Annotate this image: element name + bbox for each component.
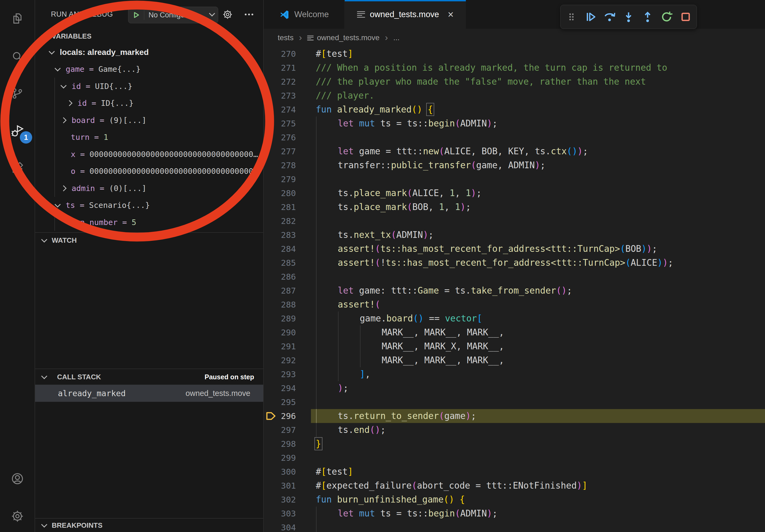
line-number[interactable]: 299	[264, 451, 296, 465]
breakpoints-section-header[interactable]: BREAKPOINTS	[35, 519, 263, 532]
tab-owned-tests-move[interactable]: owned_tests.move ×	[345, 0, 466, 29]
code-line[interactable]: 297ts.end();	[264, 423, 765, 437]
code-line[interactable]: 277let game = ttt::new(ALICE, BOB, KEY, …	[264, 144, 765, 158]
line-number[interactable]: 301	[264, 479, 296, 493]
call-stack-section-header[interactable]: CALL STACK Paused on step	[35, 369, 263, 385]
line-number[interactable]: 286	[264, 270, 296, 284]
variable-row[interactable]: ts = Scenario{...}	[35, 197, 263, 214]
sidebar-item-search[interactable]	[0, 42, 35, 71]
step-over-button[interactable]	[601, 8, 618, 26]
continue-button[interactable]	[582, 8, 598, 26]
more-actions-button[interactable]	[242, 8, 256, 21]
line-number[interactable]: 271	[264, 61, 296, 75]
code-line[interactable]: 274fun already_marked() {	[264, 103, 765, 117]
breadcrumb-item-file[interactable]: owned_tests.move	[307, 34, 379, 42]
code-line[interactable]: 299	[264, 451, 765, 465]
line-number[interactable]: 295	[264, 395, 296, 409]
code-line[interactable]: 283ts.next_tx(ADMIN);	[264, 228, 765, 242]
line-number[interactable]: 280	[264, 186, 296, 200]
code-line[interactable]: 281ts.place_mark(BOB, 1, 1);	[264, 200, 765, 214]
account-button[interactable]	[0, 464, 35, 493]
tab-welcome[interactable]: Welcome	[264, 0, 345, 29]
code-line[interactable]: 295	[264, 395, 765, 409]
code-line[interactable]: 304	[264, 520, 765, 532]
call-stack-frame[interactable]: already_markedowned_tests.move	[35, 385, 263, 402]
line-number[interactable]: 291	[264, 339, 296, 353]
line-number[interactable]: 294	[264, 381, 296, 395]
line-number[interactable]: 277	[264, 144, 296, 158]
code-line[interactable]: 291MARK__, MARK_X, MARK__,	[264, 339, 765, 353]
line-number[interactable]: 293	[264, 367, 296, 381]
code-line[interactable]: 290MARK__, MARK__, MARK__,	[264, 326, 765, 339]
sidebar-item-extensions[interactable]	[0, 153, 35, 183]
variable-row[interactable]: id = UID{...}	[35, 78, 263, 95]
variable-row[interactable]: o = 000000000000000000000000000000000000…	[35, 163, 263, 180]
line-number[interactable]: 270	[264, 47, 296, 61]
variable-row[interactable]: txn_number = 5	[35, 214, 263, 231]
line-number[interactable]: 288	[264, 298, 296, 312]
line-number[interactable]: 279	[264, 172, 296, 186]
code-line[interactable]: 271/// When a position is already marked…	[264, 61, 765, 75]
variable-row[interactable]: board = (9)[...]	[35, 112, 263, 129]
line-number[interactable]: 274	[264, 103, 296, 117]
stop-button[interactable]	[678, 8, 694, 26]
line-number[interactable]: 302	[264, 493, 296, 507]
variable-row[interactable]: game = Game{...}	[35, 61, 263, 78]
settings-button[interactable]	[0, 501, 35, 531]
line-number[interactable]: 272	[264, 75, 296, 89]
code-line[interactable]: 292MARK__, MARK__, MARK__,	[264, 353, 765, 367]
code-line[interactable]: 301#[expected_failure(abort_code = ttt::…	[264, 479, 765, 493]
variable-scope-row[interactable]: locals: already_marked	[35, 44, 263, 61]
close-icon[interactable]: ×	[447, 9, 453, 20]
code-line[interactable]: 303let mut ts = ts::begin(ADMIN);	[264, 507, 765, 520]
code-line[interactable]: 275let mut ts = ts::begin(ADMIN);	[264, 117, 765, 131]
variable-row[interactable]: turn = 1	[35, 129, 263, 146]
toolbar-drag-handle[interactable]	[563, 8, 579, 26]
code-line[interactable]: 294);	[264, 381, 765, 395]
breadcrumb-item-tests[interactable]: tests	[278, 34, 294, 42]
code-editor[interactable]: 270#[test]271/// When a position is alre…	[264, 47, 765, 532]
line-number[interactable]: 292	[264, 353, 296, 367]
code-line[interactable]: 272/// the player who made the "false" m…	[264, 75, 765, 89]
code-line[interactable]: 302fun burn_unfinished_game() {	[264, 493, 765, 507]
line-number[interactable]: 290	[264, 326, 296, 339]
code-line[interactable]: 300#[test]	[264, 465, 765, 479]
variable-row[interactable]: id = ID{...}	[35, 95, 263, 112]
line-number[interactable]: 284	[264, 242, 296, 256]
code-line[interactable]: 296ts.return_to_sender(game);	[264, 409, 765, 423]
code-line[interactable]: 280ts.place_mark(ALICE, 1, 1);	[264, 186, 765, 200]
section-divider[interactable]	[35, 518, 263, 519]
code-line[interactable]: 276	[264, 131, 765, 144]
code-line[interactable]: 273/// player.	[264, 89, 765, 103]
start-debug-button[interactable]	[128, 7, 144, 23]
restart-button[interactable]	[659, 8, 675, 26]
code-line[interactable]: 282	[264, 214, 765, 228]
breadcrumb-item-symbol[interactable]: ...	[393, 34, 399, 42]
line-number[interactable]: 304	[264, 520, 296, 532]
code-line[interactable]: 285assert!(!ts::has_most_recent_for_addr…	[264, 256, 765, 270]
line-number[interactable]: 303	[264, 507, 296, 520]
line-number[interactable]: 285	[264, 256, 296, 270]
code-line[interactable]: 279	[264, 172, 765, 186]
debug-settings-button[interactable]	[221, 8, 235, 21]
line-number[interactable]: 297	[264, 423, 296, 437]
code-line[interactable]: 270#[test]	[264, 47, 765, 61]
step-out-button[interactable]	[640, 8, 656, 26]
line-number[interactable]: 276	[264, 131, 296, 144]
line-number[interactable]: 282	[264, 214, 296, 228]
sidebar-item-explorer[interactable]	[0, 4, 35, 33]
code-line[interactable]: 284assert!(ts::has_most_recent_for_addre…	[264, 242, 765, 256]
sidebar-item-run-and-debug[interactable]: 1	[0, 116, 35, 146]
line-number[interactable]: 275	[264, 117, 296, 131]
sidebar-item-source-control[interactable]	[0, 79, 35, 108]
code-line[interactable]: 293],	[264, 367, 765, 381]
line-number[interactable]: 278	[264, 158, 296, 172]
code-line[interactable]: 289game.board() == vector[	[264, 312, 765, 326]
watch-section-header[interactable]: WATCH	[35, 233, 263, 248]
code-line[interactable]: 278transfer::public_transfer(game, ADMIN…	[264, 158, 765, 172]
variable-row[interactable]: x = 000000000000000000000000000000000000…	[35, 146, 263, 163]
line-number[interactable]: 289	[264, 312, 296, 326]
code-line[interactable]: 288assert!(	[264, 298, 765, 312]
line-number[interactable]: 273	[264, 89, 296, 103]
line-number[interactable]: 281	[264, 200, 296, 214]
